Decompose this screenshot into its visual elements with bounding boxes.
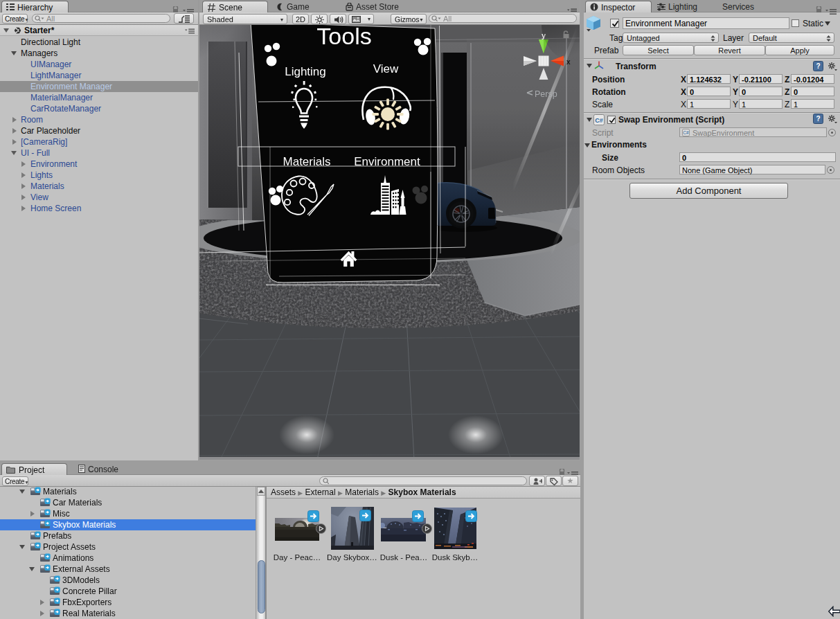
svg-text:View: View: [373, 62, 399, 75]
svg-text:Materials: Materials: [283, 155, 331, 168]
svg-text:C#: C#: [683, 130, 689, 135]
svg-text:Persp: Persp: [535, 89, 557, 99]
svg-text:?: ?: [816, 115, 820, 123]
svg-text:Environment: Environment: [354, 155, 420, 168]
svg-text:C#: C#: [595, 117, 603, 124]
svg-text:Lighting: Lighting: [285, 65, 326, 78]
svg-text:Tools: Tools: [316, 25, 371, 49]
svg-text:?: ?: [816, 62, 820, 70]
